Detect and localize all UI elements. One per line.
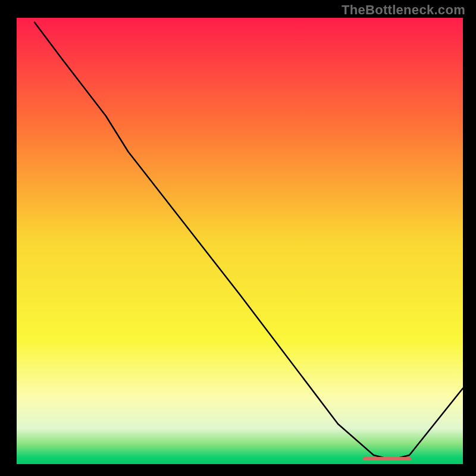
watermark-text: TheBottleneck.com [342,2,465,18]
plot-area [17,18,463,464]
chart-container: TheBottleneck.com [0,0,476,476]
chart-svg [17,18,463,464]
chart-background [17,18,463,464]
